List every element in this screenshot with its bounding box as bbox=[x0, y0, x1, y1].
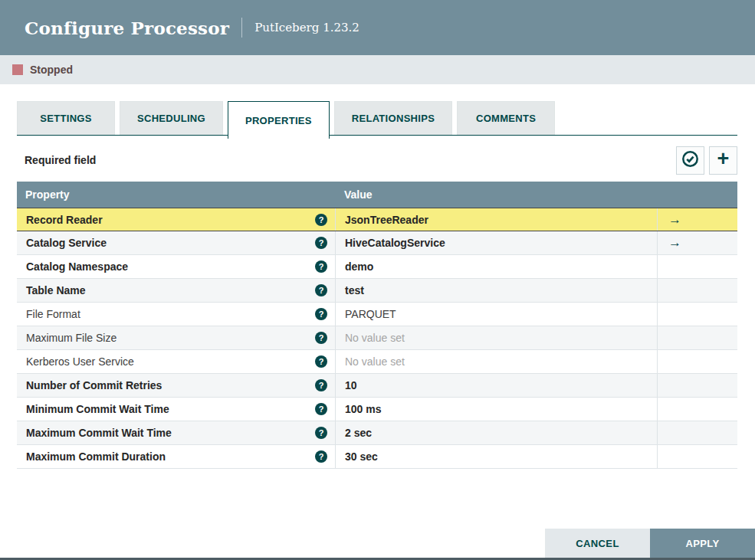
property-name: Catalog Namespace bbox=[26, 260, 315, 273]
dialog-title: Configure Processor bbox=[25, 18, 229, 38]
property-name: Maximum Commit Wait Time bbox=[26, 427, 315, 439]
property-name: Number of Commit Retries bbox=[26, 379, 315, 391]
tab-relationships[interactable]: RELATIONSHIPS bbox=[334, 101, 452, 135]
property-value[interactable]: 30 sec bbox=[335, 445, 657, 468]
tab-properties[interactable]: PROPERTIES bbox=[228, 101, 330, 139]
stopped-status-icon bbox=[12, 64, 23, 75]
status-bar: Stopped bbox=[0, 55, 755, 84]
question-circle-icon[interactable]: ? bbox=[315, 355, 327, 368]
header-divider bbox=[241, 18, 242, 38]
properties-toolbar: Required field + bbox=[17, 146, 737, 175]
tab-scheduling[interactable]: SCHEDULING bbox=[120, 101, 223, 135]
properties-table: Property Value Record Reader ? JsonTreeR… bbox=[17, 182, 737, 469]
table-row[interactable]: Number of Commit Retries ? 10 bbox=[17, 374, 737, 398]
property-value[interactable]: No value set bbox=[335, 326, 657, 349]
property-name: Record Reader bbox=[26, 214, 315, 226]
table-row[interactable]: Record Reader ? JsonTreeReader → bbox=[17, 208, 737, 231]
property-value[interactable]: JsonTreeReader bbox=[335, 208, 657, 231]
column-header-value: Value bbox=[335, 188, 657, 201]
question-circle-icon[interactable]: ? bbox=[315, 450, 327, 463]
property-value[interactable]: demo bbox=[335, 255, 657, 278]
question-circle-icon[interactable]: ? bbox=[315, 427, 327, 439]
go-to-service-icon[interactable]: → bbox=[668, 212, 681, 228]
property-name: Maximum File Size bbox=[26, 332, 315, 344]
property-name: Maximum Commit Duration bbox=[26, 450, 315, 463]
table-row[interactable]: Catalog Namespace ? demo bbox=[17, 255, 737, 279]
question-circle-icon[interactable]: ? bbox=[315, 214, 327, 226]
table-row[interactable]: Maximum File Size ? No value set bbox=[17, 326, 737, 350]
property-name: Catalog Service bbox=[26, 237, 315, 249]
table-row[interactable]: Minimum Commit Wait Time ? 100 ms bbox=[17, 398, 737, 421]
table-row[interactable]: Table Name ? test bbox=[17, 279, 737, 303]
tab-bar: SETTINGS SCHEDULING PROPERTIES RELATIONS… bbox=[17, 101, 737, 136]
property-value[interactable]: No value set bbox=[335, 350, 657, 373]
property-name: Minimum Commit Wait Time bbox=[26, 403, 315, 415]
property-name: Table Name bbox=[26, 284, 315, 296]
property-name: Kerberos User Service bbox=[26, 355, 315, 368]
table-header: Property Value bbox=[17, 182, 737, 208]
property-value[interactable]: PARQUET bbox=[335, 303, 657, 326]
table-row[interactable]: File Format ? PARQUET bbox=[17, 303, 737, 326]
question-circle-icon[interactable]: ? bbox=[315, 237, 327, 249]
status-label: Stopped bbox=[30, 64, 73, 76]
dialog-header: Configure Processor PutIceberg 1.23.2 bbox=[0, 0, 755, 55]
question-circle-icon[interactable]: ? bbox=[315, 332, 327, 344]
tab-comments[interactable]: COMMENTS bbox=[457, 101, 555, 135]
verify-properties-button[interactable] bbox=[676, 146, 704, 175]
property-value[interactable]: 10 bbox=[335, 374, 657, 397]
tab-settings[interactable]: SETTINGS bbox=[17, 101, 115, 135]
property-name: File Format bbox=[26, 308, 315, 320]
plus-icon: + bbox=[717, 149, 730, 169]
question-circle-icon[interactable]: ? bbox=[315, 403, 327, 415]
question-circle-icon[interactable]: ? bbox=[315, 260, 327, 273]
dialog-footer: CANCEL APPLY bbox=[545, 529, 755, 558]
property-value[interactable]: 100 ms bbox=[335, 398, 657, 421]
dialog-content: SETTINGS SCHEDULING PROPERTIES RELATIONS… bbox=[0, 84, 755, 469]
property-value[interactable]: 2 sec bbox=[335, 421, 657, 444]
go-to-service-icon[interactable]: → bbox=[668, 235, 681, 251]
table-row[interactable]: Kerberos User Service ? No value set bbox=[17, 350, 737, 374]
table-row[interactable]: Maximum Commit Duration ? 30 sec bbox=[17, 445, 737, 469]
processor-name-version: PutIceberg 1.23.2 bbox=[254, 21, 359, 34]
required-field-label: Required field bbox=[25, 154, 96, 166]
table-row[interactable]: Maximum Commit Wait Time ? 2 sec bbox=[17, 421, 737, 445]
property-value[interactable]: test bbox=[335, 279, 657, 302]
add-property-button[interactable]: + bbox=[709, 146, 737, 175]
property-value[interactable]: HiveCatalogService bbox=[335, 231, 657, 254]
table-row[interactable]: Catalog Service ? HiveCatalogService → bbox=[17, 231, 737, 255]
question-circle-icon[interactable]: ? bbox=[315, 308, 327, 320]
cancel-button[interactable]: CANCEL bbox=[545, 529, 650, 558]
question-circle-icon[interactable]: ? bbox=[315, 284, 327, 296]
question-circle-icon[interactable]: ? bbox=[315, 379, 327, 391]
column-header-property: Property bbox=[17, 188, 335, 201]
check-circle-icon bbox=[681, 150, 699, 171]
apply-button[interactable]: APPLY bbox=[650, 529, 755, 558]
